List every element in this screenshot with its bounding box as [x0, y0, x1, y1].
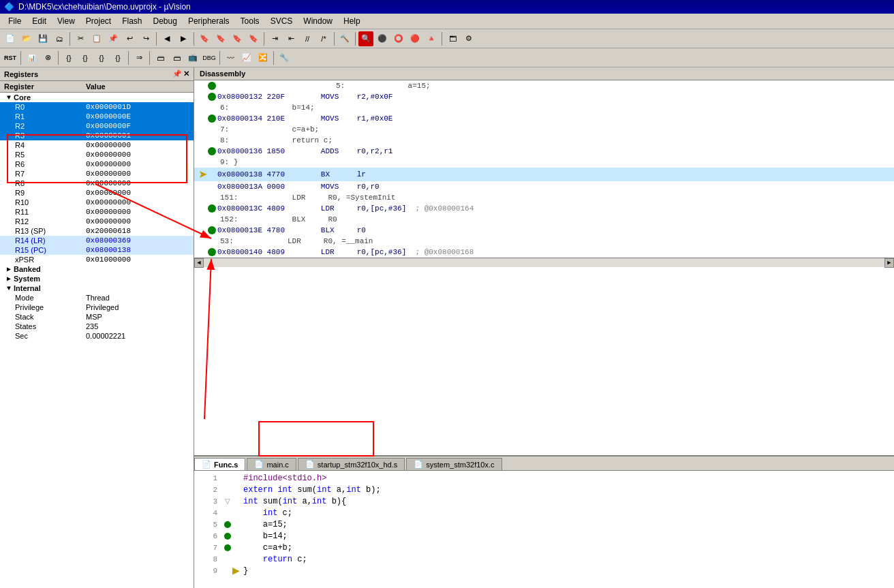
- disp-btn[interactable]: 📺: [185, 50, 200, 65]
- reg-row-r2[interactable]: R2 0x0000000F: [0, 121, 194, 131]
- menu-svcs[interactable]: SVCS: [265, 15, 298, 27]
- save-btn[interactable]: 💾: [35, 31, 50, 46]
- reset-btn[interactable]: 🔴: [407, 31, 422, 46]
- menu-help[interactable]: Help: [338, 15, 366, 27]
- perf-btn[interactable]: 📈: [239, 50, 254, 65]
- redo-btn[interactable]: ↪: [138, 31, 153, 46]
- rst-btn[interactable]: RST: [3, 50, 18, 65]
- reg-row-xpsr[interactable]: xPSR 0x01000000: [0, 255, 194, 264]
- mem2-btn[interactable]: 🗃: [169, 50, 184, 65]
- disasm-hscrollbar[interactable]: ◀ ▶: [194, 258, 894, 267]
- reg-row-r3[interactable]: R3 0x00000001: [0, 131, 194, 140]
- reg-row-r12[interactable]: R12 0x00000000: [0, 217, 194, 226]
- reg-name-r14: R14 (LR): [0, 236, 82, 245]
- bookmark1[interactable]: 🔖: [197, 31, 212, 46]
- d2-btn[interactable]: {}: [78, 50, 93, 65]
- regs-btn[interactable]: 📊: [24, 50, 39, 65]
- internal-expander[interactable]: ▼: [4, 285, 14, 292]
- disasm-line-7: 0x08000136 1850 ADDS r0,r2,r1: [194, 146, 894, 157]
- code-text-2: extern int sum(int a,int b);: [243, 485, 891, 495]
- menu-project[interactable]: Project: [80, 15, 117, 27]
- reg-row-r5[interactable]: R5 0x00000000: [0, 150, 194, 159]
- reg-row-r0[interactable]: R0 0x0000001D: [0, 102, 194, 112]
- disasm-code-7: 0x08000136 1850 ADDS r0,r2,r1: [217, 147, 891, 155]
- reg-row-r9[interactable]: R9 0x00000000: [0, 188, 194, 198]
- banked-expander[interactable]: ▶: [4, 265, 14, 273]
- hscroll-track[interactable]: [204, 259, 884, 267]
- paste-btn[interactable]: 📌: [106, 31, 121, 46]
- collapse-icon-3[interactable]: ▽: [225, 497, 230, 506]
- reg-col-register: Register: [0, 81, 82, 92]
- close-icon[interactable]: ✕: [183, 69, 189, 78]
- window-btn[interactable]: 🗔: [445, 31, 460, 46]
- mem-btn[interactable]: 🗃: [153, 50, 168, 65]
- d4-btn[interactable]: {}: [110, 50, 125, 65]
- reg-row-r13[interactable]: R13 (SP) 0x20000618: [0, 226, 194, 236]
- unindent-btn[interactable]: ⇤: [283, 31, 298, 46]
- search-btn[interactable]: 🔍: [358, 31, 373, 46]
- step-over[interactable]: ⇒: [132, 50, 147, 65]
- tab-system[interactable]: 📄 system_stm32f10x.c: [406, 458, 502, 470]
- core-expander[interactable]: ▼: [4, 94, 14, 102]
- menu-peripherals[interactable]: Peripherals: [183, 15, 235, 27]
- d3-btn[interactable]: {}: [94, 50, 109, 65]
- bookmark4[interactable]: 🔖: [246, 31, 261, 46]
- reg-row-r8[interactable]: R8 0x00000000: [0, 179, 194, 188]
- bookmark3[interactable]: 🔖: [230, 31, 245, 46]
- tab-mainc[interactable]: 📄 main.c: [247, 458, 296, 470]
- build-btn[interactable]: 🔨: [337, 31, 352, 46]
- tab-startup[interactable]: 📄 startup_stm32f10x_hd.s: [298, 458, 405, 470]
- settings-btn[interactable]: ⚙: [461, 31, 476, 46]
- new-btn[interactable]: 📄: [3, 31, 18, 46]
- tab-funcs[interactable]: 📄 Func.s: [194, 458, 245, 470]
- bookmark2[interactable]: 🔖: [213, 31, 228, 46]
- reg-group-core: ▼ Core: [0, 93, 194, 102]
- save-all-btn[interactable]: 🗂: [52, 31, 67, 46]
- run-btn[interactable]: ⚫: [375, 31, 390, 46]
- menu-tools[interactable]: Tools: [235, 15, 265, 27]
- indent-btn[interactable]: ⇥: [267, 31, 282, 46]
- reg-row-r14[interactable]: R14 (LR) 0x08000369: [0, 236, 194, 245]
- hscroll-left-btn[interactable]: ◀: [194, 258, 204, 268]
- stop2-btn[interactable]: ⊗: [40, 50, 55, 65]
- bp-area-5[interactable]: [223, 521, 232, 528]
- undo-btn[interactable]: ↩: [122, 31, 137, 46]
- reg-row-r11[interactable]: R11 0x00000000: [0, 207, 194, 217]
- logic-btn[interactable]: 🔀: [256, 50, 271, 65]
- bp-area-7[interactable]: [223, 544, 232, 551]
- disasm-code-13: 0x0800013E 4780 BLX r0: [217, 226, 891, 234]
- menu-debug[interactable]: Debug: [148, 15, 183, 27]
- disasm-code-5: 7: c=a+b;: [217, 125, 891, 134]
- nav-fwd[interactable]: ▶: [176, 31, 191, 46]
- reg-row-r4[interactable]: R4 0x00000000: [0, 140, 194, 150]
- system-expander[interactable]: ▶: [4, 275, 14, 283]
- code-text-5: a=15;: [243, 520, 891, 529]
- reg-row-r1[interactable]: R1 0x0000000E: [0, 112, 194, 121]
- reg-row-r15[interactable]: R15 (PC) 0x08000138: [0, 245, 194, 255]
- menu-edit[interactable]: Edit: [27, 15, 52, 27]
- reg-row-r10[interactable]: R10 0x00000000: [0, 198, 194, 207]
- menu-window[interactable]: Window: [298, 15, 338, 27]
- reg-row-r7[interactable]: R7 0x00000000: [0, 169, 194, 179]
- nav-back[interactable]: ◀: [159, 31, 174, 46]
- hscroll-right-btn[interactable]: ▶: [884, 258, 894, 268]
- bp-area-3[interactable]: ▽: [223, 497, 232, 506]
- step-btn[interactable]: 🔺: [424, 31, 439, 46]
- cut-btn[interactable]: ✂: [73, 31, 88, 46]
- dbg-btn[interactable]: DBG: [202, 50, 217, 65]
- menu-file[interactable]: File: [3, 15, 27, 27]
- wave-btn[interactable]: 〰: [223, 50, 238, 65]
- stop-btn[interactable]: ⭕: [391, 31, 406, 46]
- reg-value-r12: 0x00000000: [82, 217, 194, 226]
- comment-btn[interactable]: //: [300, 31, 315, 46]
- bp-area-6[interactable]: [223, 533, 232, 540]
- menu-flash[interactable]: Flash: [117, 15, 147, 27]
- d1-btn[interactable]: {}: [61, 50, 76, 65]
- uncomment-btn[interactable]: /*: [316, 31, 331, 46]
- open-btn[interactable]: 📂: [19, 31, 34, 46]
- pin-icon[interactable]: 📌: [172, 69, 182, 78]
- tools-btn[interactable]: 🔧: [277, 50, 292, 65]
- copy-btn[interactable]: 📋: [89, 31, 104, 46]
- menu-view[interactable]: View: [52, 15, 80, 27]
- reg-row-r6[interactable]: R6 0x00000000: [0, 159, 194, 169]
